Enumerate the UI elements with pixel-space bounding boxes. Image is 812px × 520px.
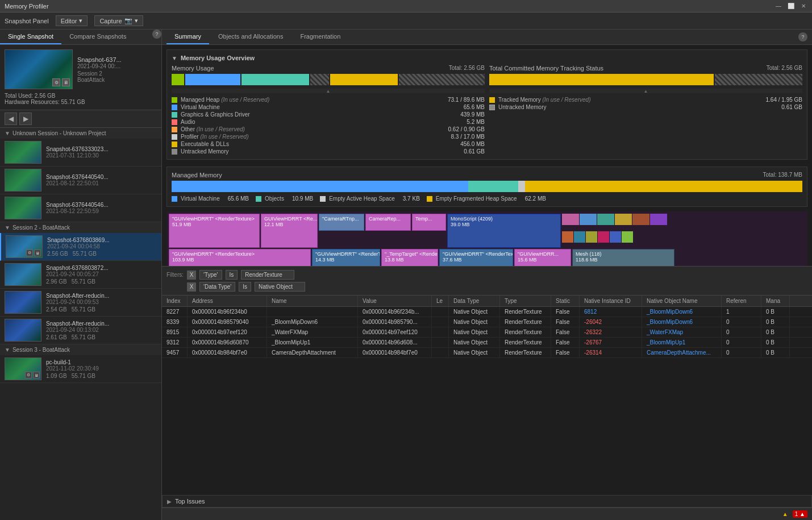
- top-issues-expand-icon[interactable]: ▶: [167, 498, 172, 505]
- memory-total-label: Total: 2.56 GB: [449, 65, 485, 72]
- cell-name: _WaterFXMap: [267, 327, 358, 337]
- frag-block[interactable]: "GUIViewHDRRT" <RenderTexture> 37.6 MB: [439, 249, 513, 266]
- snap-size-1: 2.54 GB: [46, 306, 67, 313]
- cell-index: 8915: [162, 327, 188, 337]
- cell-type: RenderTexture: [500, 307, 551, 317]
- snapshot-thumb-4: [5, 263, 41, 286]
- snapshot-thumbnail: ⚙ 🖥: [5, 49, 73, 89]
- session-header-3[interactable]: ▼ Session 3 - BoatAttack: [0, 344, 161, 355]
- tab-fragmentation[interactable]: Fragmentation: [292, 30, 348, 44]
- list-item[interactable]: Snapshot-6376440540... 2021-08-12 22:50:…: [0, 167, 161, 194]
- legend-dot: [172, 134, 177, 140]
- legend-dot: [427, 196, 432, 202]
- tab-single-snapshot[interactable]: Single Snapshot: [0, 30, 61, 44]
- list-item[interactable]: ⚙ 🖥 Snapshot-6376803869... 2021-09-24 00…: [0, 233, 161, 261]
- section-collapse-icon[interactable]: ▼: [172, 55, 177, 61]
- frag-block[interactable]: GUIViewHDRRT <Re... 12.1 MB: [261, 214, 318, 248]
- cell-value: 0x0000014b984bf7e0: [358, 348, 432, 357]
- data-table: Index Address Name Value Le Data Type Ty…: [162, 295, 812, 507]
- list-item[interactable]: Snapshot-6376803872... 2021-09-24 00:05:…: [0, 261, 161, 289]
- frag-block[interactable]: MonoScript (4209) 39.0 MB: [447, 214, 561, 248]
- filter-1-remove-button[interactable]: X: [187, 271, 196, 280]
- cell-value: 0x0000014b96f234b...: [358, 307, 432, 317]
- snap-date: 2021-07-31 12:10:30: [46, 152, 157, 159]
- cell-index: 8227: [162, 307, 188, 317]
- filter-1-op: Is: [226, 270, 238, 280]
- col-header-index[interactable]: Index: [162, 296, 188, 306]
- col-header-name[interactable]: Name: [267, 296, 358, 306]
- capture-icon: 📷: [124, 17, 132, 24]
- cell-type: RenderTexture: [500, 348, 551, 357]
- cell-address: 0x0000014b96f234b0: [188, 307, 267, 317]
- snap-details-3: Snapshot-6376440546... 2021-08-12 22:50:…: [46, 202, 157, 214]
- frag-block[interactable]: "GUIViewHDRRT" <RenderTe... 14.3 MB: [312, 249, 380, 266]
- right-tab-info-icon[interactable]: ?: [798, 32, 807, 41]
- bar-scrollbar[interactable]: ▲: [172, 89, 485, 93]
- col-header-value[interactable]: Value: [358, 296, 432, 306]
- list-item[interactable]: Snapshot-After-reducin... 2021-09-24 00:…: [0, 289, 161, 317]
- frag-block[interactable]: "_TempTarget" <Rende... 13.8 MB: [381, 249, 438, 266]
- close-button[interactable]: ✕: [799, 2, 807, 10]
- frag-block[interactable]: "GUIViewHDRRT" <RenderTexture> 51.9 MB: [169, 214, 260, 248]
- cell-type: RenderTexture: [500, 327, 551, 337]
- table-row[interactable]: 9312 0x0000014b96d60870 _BloomMipUp1 0x0…: [162, 338, 812, 348]
- frag-block[interactable]: "GUIViewHDRR... 15.6 MB: [514, 249, 571, 266]
- snapshot-preview: ⚙ 🖥 Snapshot-637... 2021-09-24 00:... Se…: [5, 49, 157, 89]
- status-right: ▲ 1 ▲: [782, 510, 807, 518]
- filter-2-remove-button[interactable]: X: [187, 282, 196, 292]
- session-header-2[interactable]: ▼ Session 2 - BoatAttack: [0, 222, 161, 233]
- table-row[interactable]: 8339 0x0000014b98579040 _BloomMipDown6 0…: [162, 317, 812, 327]
- col-header-ref[interactable]: Referen: [722, 296, 761, 306]
- list-item[interactable]: ⚙ 🖥 pc-build-1 2021-11-02 20:30:49 1.09 …: [0, 355, 161, 383]
- capture-button[interactable]: Capture 📷 ▾: [94, 15, 143, 26]
- filters-label: Filters:: [166, 272, 184, 278]
- tab-compare-snapshots[interactable]: Compare Snapshots: [61, 30, 134, 44]
- tab-info-icon[interactable]: ?: [152, 30, 161, 39]
- table-row[interactable]: 9457 0x0000014b984bf7e0 CameraDepthAttac…: [162, 348, 812, 358]
- cell-static: False: [551, 327, 580, 337]
- left-panel: Single Snapshot Compare Snapshots ? ⚙ 🖥 …: [0, 30, 162, 520]
- snapshot-stats: Total Used: 2.56 GB Hardware Resources: …: [5, 93, 157, 105]
- managed-memory-label: Managed Memory Total: 138.7 MB: [172, 172, 802, 178]
- col-header-datatype[interactable]: Data Type: [449, 296, 500, 306]
- filter-1-value-select[interactable]: RenderTexture: [241, 270, 294, 280]
- legend-item: Virtual Machine 65.6 MB: [172, 104, 485, 110]
- snap-size-1: 1.09 GB: [46, 373, 67, 379]
- col-header-address[interactable]: Address: [188, 296, 267, 306]
- cell-mana: 0 B: [761, 338, 790, 347]
- minimize-button[interactable]: —: [774, 2, 782, 10]
- col-header-static[interactable]: Static: [551, 296, 580, 306]
- col-header-nativeid[interactable]: Native Instance ID: [580, 296, 642, 306]
- frag-block[interactable]: Temp...: [412, 214, 446, 231]
- settings-icon[interactable]: ⚙: [52, 78, 60, 86]
- list-item[interactable]: Snapshot-6376333023... 2021-07-31 12:10:…: [0, 139, 161, 167]
- nav-forward-button[interactable]: ▶: [19, 113, 32, 125]
- sessions-list[interactable]: ▼ Unknown Session - Unknown Project Snap…: [0, 128, 161, 520]
- filter-2-value-select[interactable]: Native Object: [255, 282, 305, 292]
- list-item[interactable]: Snapshot-After-reducin... 2021-09-24 00:…: [0, 317, 161, 344]
- frag-block[interactable]: Mesh (118) 118.6 MB: [572, 249, 674, 266]
- nav-back-button[interactable]: ◀: [5, 113, 17, 125]
- list-item[interactable]: Snapshot-6376440546... 2021-08-12 22:50:…: [0, 194, 161, 222]
- bar-scrollbar-2[interactable]: ▲: [489, 89, 802, 93]
- tab-summary[interactable]: Summary: [166, 30, 209, 44]
- cell-datatype: Native Object: [449, 307, 500, 317]
- legend-item: Other (In use / Reserved) 0.62 / 0.90 GB: [172, 126, 485, 132]
- snap-size-2: 55.71 GB: [72, 334, 95, 340]
- mbar-vm: [172, 181, 468, 192]
- table-row[interactable]: 8915 0x0000014b97eef120 _WaterFXMap 0x00…: [162, 327, 812, 338]
- maximize-button[interactable]: ⬜: [787, 2, 795, 10]
- col-header-mana[interactable]: Mana: [761, 296, 790, 306]
- session-header-unknown[interactable]: ▼ Unknown Session - Unknown Project: [0, 128, 161, 139]
- col-header-le[interactable]: Le: [432, 296, 449, 306]
- editor-button[interactable]: Editor ▾: [56, 15, 88, 26]
- memory-bar-main: [172, 74, 485, 85]
- frag-block[interactable]: "CameraRTnp...: [319, 214, 364, 231]
- tab-objects[interactable]: Objects and Allocations: [210, 30, 291, 44]
- nav-buttons: ◀ ▶: [0, 110, 161, 128]
- frag-block[interactable]: "GUIViewHDRRT" <RenderTexture> 103.9 MB: [169, 249, 311, 266]
- col-header-type[interactable]: Type: [500, 296, 551, 306]
- col-header-nativename[interactable]: Native Object Name: [642, 296, 722, 306]
- frag-block[interactable]: CameraRep...: [365, 214, 411, 231]
- table-row[interactable]: 8227 0x0000014b96f234b0 0x0000014b96f234…: [162, 307, 812, 317]
